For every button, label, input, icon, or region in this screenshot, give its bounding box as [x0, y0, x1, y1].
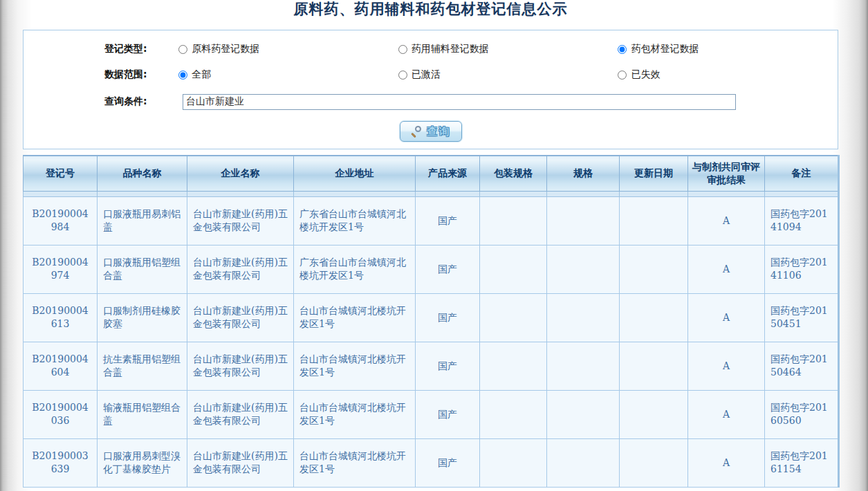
radio-option-packaging-material[interactable]: 药包材登记数据 [618, 43, 699, 55]
radio-option-all[interactable]: 全部 [178, 68, 211, 81]
cell-review-result: A [688, 196, 765, 245]
cell-update-date [620, 438, 688, 487]
cell-company-name: 台山市新建业(药用)五金包装有限公司 [187, 245, 294, 293]
filter-panel: 登记类型: 原料药登记数据 药用辅料登记数据 药包 [23, 30, 838, 149]
search-button[interactable]: 查询 [400, 121, 462, 142]
cell-review-result: A [688, 438, 765, 487]
partial-cell [765, 191, 839, 196]
column-header-package-spec: 包装规格 [480, 156, 547, 191]
column-header-product-source: 产品来源 [416, 156, 480, 191]
cell-package-spec [480, 390, 547, 438]
table-row: B20190004036 输液瓶用铝塑组合盖 台山市新建业(药用)五金包装有限公… [24, 390, 839, 438]
cell-company-address: 台山市台城镇河北楼坑开发区1号 [294, 438, 416, 487]
cell-remark: 国药包字20150451 [765, 293, 839, 342]
radio-raw-material[interactable] [178, 45, 187, 54]
column-header-review-result: 与制剂共同审评审批结果 [688, 156, 765, 191]
cell-registration-number: B20190003639 [24, 438, 98, 487]
button-row: 查询 [24, 121, 838, 142]
column-header-spec: 规格 [547, 156, 620, 191]
table-row: B20190004984 口服液瓶用易刺铝盖 台山市新建业(药用)五金包装有限公… [24, 196, 839, 245]
table-row: B20190004974 口服液瓶用铝塑组合盖 台山市新建业(药用)五金包装有限… [24, 245, 839, 293]
magnifier-handle [411, 133, 416, 138]
main-content: 原料药、药用辅料和药包材登记信息公示 登记类型: 原料药登记数据 药用辅料登记数… [23, 0, 838, 488]
cell-company-address: 广东省台山市台城镇河北楼坑开发区1号 [294, 245, 416, 293]
radio-label-expired: 已失效 [631, 68, 660, 81]
column-header-company-name: 企业名称 [187, 156, 294, 191]
radio-label-excipient: 药用辅料登记数据 [412, 43, 489, 55]
radio-col: 药用辅料登记数据 [398, 43, 618, 55]
cell-spec [547, 342, 620, 390]
partial-cell [416, 191, 480, 196]
filter-label-registration-type: 登记类型: [104, 43, 178, 55]
cell-package-spec [480, 293, 547, 342]
magnifier-icon [411, 126, 422, 137]
magnifier-lens [415, 126, 421, 132]
cell-company-name: 台山市新建业(药用)五金包装有限公司 [187, 196, 294, 245]
table-header-row: 登记号 品种名称 企业名称 企业地址 产品来源 包装规格 规格 更新日期 与制剂… [24, 156, 839, 191]
results-table-body: B20190004984 口服液瓶用易刺铝盖 台山市新建业(药用)五金包装有限公… [24, 196, 839, 487]
partial-cell [24, 191, 98, 196]
column-header-product-name: 品种名称 [98, 156, 187, 191]
partial-cell [98, 191, 187, 196]
partial-cell [620, 191, 688, 196]
radio-option-raw-material[interactable]: 原料药登记数据 [178, 43, 259, 55]
cell-remark: 国药包字20161154 [765, 438, 839, 487]
cell-product-name: 口服液瓶用易刺铝盖 [98, 196, 187, 245]
column-header-registration-number: 登记号 [24, 156, 98, 191]
cell-spec [547, 438, 620, 487]
cell-company-name: 台山市新建业(药用)五金包装有限公司 [187, 438, 294, 487]
cell-registration-number: B20190004974 [24, 245, 98, 293]
radio-option-excipient[interactable]: 药用辅料登记数据 [398, 43, 489, 55]
cell-product-source: 国产 [416, 245, 480, 293]
partial-cell [187, 191, 294, 196]
cell-registration-number: B20190004613 [24, 293, 98, 342]
filter-row-scope: 数据范围: 全部 已激活 已失效 [24, 68, 838, 82]
query-input[interactable] [183, 94, 736, 110]
cell-review-result: A [688, 342, 765, 390]
radio-label-raw-material: 原料药登记数据 [192, 43, 259, 55]
partial-cell [547, 191, 620, 196]
radio-col: 已失效 [618, 68, 838, 81]
partial-cell [294, 191, 416, 196]
radio-excipient[interactable] [398, 45, 407, 54]
filter-row-query: 查询条件: [24, 93, 838, 110]
page: 原料药、药用辅料和药包材登记信息公示 登记类型: 原料药登记数据 药用辅料登记数… [0, 0, 868, 491]
radio-col: 全部 [178, 68, 398, 81]
radio-col: 已激活 [398, 68, 618, 81]
cell-product-name: 抗生素瓶用铝塑组合盖 [98, 342, 187, 390]
radio-packaging-material[interactable] [618, 45, 627, 54]
radio-col: 原料药登记数据 [178, 43, 398, 55]
filter-row-type: 登记类型: 原料药登记数据 药用辅料登记数据 药包 [24, 42, 838, 56]
cell-remark: 国药包字20160560 [765, 390, 839, 438]
table-row: B20190004613 口服制剂用硅橡胶胶塞 台山市新建业(药用)五金包装有限… [24, 293, 839, 342]
table-row: B20190003639 口服液用易刺型溴化丁基橡胶垫片 台山市新建业(药用)五… [24, 438, 839, 487]
results-table: 登记号 品种名称 企业名称 企业地址 产品来源 包装规格 规格 更新日期 与制剂… [23, 155, 840, 488]
cell-company-name: 台山市新建业(药用)五金包装有限公司 [187, 293, 294, 342]
cell-product-source: 国产 [416, 390, 480, 438]
cell-product-name: 口服液用易刺型溴化丁基橡胶垫片 [98, 438, 187, 487]
cell-update-date [620, 196, 688, 245]
cell-remark: 国药包字20150464 [765, 342, 839, 390]
table-row: B20190004604 抗生素瓶用铝塑组合盖 台山市新建业(药用)五金包装有限… [24, 342, 839, 390]
partial-scrolled-row [24, 191, 839, 196]
cell-product-source: 国产 [416, 438, 480, 487]
radio-col: 药包材登记数据 [618, 43, 838, 55]
cell-spec [547, 390, 620, 438]
partial-cell [688, 191, 765, 196]
cell-package-spec [480, 438, 547, 487]
cell-update-date [620, 245, 688, 293]
radio-option-activated[interactable]: 已激活 [398, 68, 441, 81]
cell-product-source: 国产 [416, 196, 480, 245]
radio-option-expired[interactable]: 已失效 [618, 68, 660, 81]
cell-company-name: 台山市新建业(药用)五金包装有限公司 [187, 390, 294, 438]
cell-update-date [620, 293, 688, 342]
radio-activated[interactable] [398, 71, 407, 80]
cell-update-date [620, 342, 688, 390]
radio-all[interactable] [178, 71, 187, 80]
radio-expired[interactable] [618, 71, 627, 80]
cell-update-date [620, 390, 688, 438]
cell-company-address: 台山市台城镇河北楼坑开发区1号 [294, 293, 416, 342]
cell-company-address: 台山市台城镇河北楼坑开发区1号 [294, 390, 416, 438]
cell-registration-number: B20190004604 [24, 342, 98, 390]
cell-product-source: 国产 [416, 293, 480, 342]
